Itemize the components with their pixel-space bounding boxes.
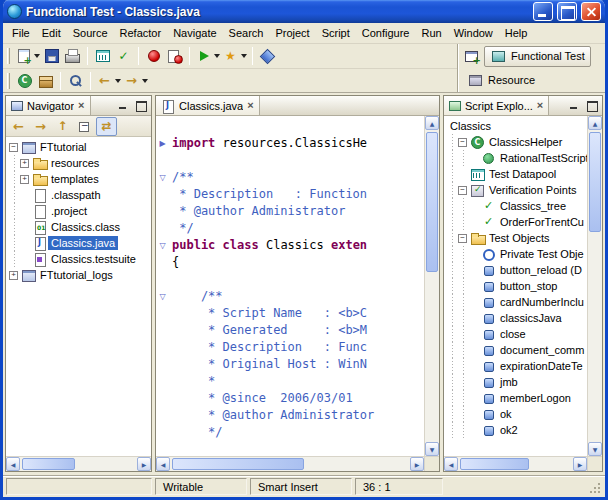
scroll-track[interactable] [425, 130, 439, 442]
code-area[interactable]: import resources.ClassicsHe/** * Descrip… [169, 116, 424, 456]
forward-button[interactable] [30, 117, 51, 136]
script-explorer-item-orderfortrentcu[interactable]: OrderForTrentCu [447, 214, 587, 230]
script-explorer-item-classicsjava[interactable]: classicsJava [447, 310, 587, 326]
scroll-left-button[interactable]: ◀ [444, 457, 458, 471]
expander-plus-icon[interactable]: + [20, 175, 29, 184]
script-explorer-item-test-datapool[interactable]: Test Datapool [447, 166, 587, 182]
new-java-package-button[interactable] [35, 70, 56, 92]
expander-minus-icon[interactable]: − [9, 143, 18, 152]
menu-navigate[interactable]: Navigate [167, 25, 222, 41]
navigator-item-classics-testsuite[interactable]: Classics.testsuite [9, 251, 151, 267]
navigator-maximize-button[interactable] [133, 99, 148, 112]
print-button[interactable] [62, 45, 83, 67]
scroll-thumb[interactable] [426, 132, 438, 272]
script-explorer-item-ok[interactable]: ok [447, 406, 587, 422]
toolbar-grip[interactable] [7, 73, 10, 89]
expander-minus-icon[interactable]: − [458, 186, 467, 195]
script-explorer-item-button-stop[interactable]: button_stop [447, 278, 587, 294]
expander-plus-icon[interactable]: + [20, 159, 29, 168]
scroll-track[interactable] [170, 457, 410, 471]
scroll-right-button[interactable]: ▶ [573, 457, 587, 471]
script-explorer-item-private-test-obje[interactable]: Private Test Obje [447, 246, 587, 262]
script-explorer-item-ok2[interactable]: ok2 [447, 422, 587, 438]
menu-project[interactable]: Project [269, 25, 315, 41]
scroll-track[interactable] [20, 457, 137, 471]
script-explorer-hscrollbar[interactable]: ◀ ▶ [444, 456, 587, 471]
editor-tab[interactable]: Classics.java × [156, 96, 260, 115]
editor-vscrollbar[interactable]: ▲ ▼ [424, 116, 439, 456]
menu-edit[interactable]: Edit [36, 25, 67, 41]
navigator-hscrollbar[interactable]: ◀ ▶ [6, 456, 151, 471]
scroll-thumb[interactable] [22, 458, 75, 470]
menu-configure[interactable]: Configure [356, 25, 416, 41]
open-perspective-button[interactable] [461, 47, 482, 66]
script-explorer-tab[interactable]: Script Explo... × [444, 96, 549, 115]
script-explorer-item-jmb[interactable]: jmb [447, 374, 587, 390]
titlebar[interactable]: Functional Test - Classics.java [3, 0, 605, 23]
insert-test-object-button[interactable] [257, 45, 278, 67]
fold-expanded-icon[interactable]: ▽ [156, 169, 169, 186]
new-script-button[interactable] [14, 45, 41, 67]
resize-grip[interactable] [588, 481, 602, 495]
new-datapool-button[interactable] [92, 45, 113, 67]
maximize-button[interactable] [557, 2, 577, 21]
script-explorer-item-verification-points[interactable]: −Verification Points [447, 182, 587, 198]
navigator-item-fttutorial[interactable]: −FTtutorial [9, 139, 151, 155]
find-literals-button[interactable] [221, 45, 248, 67]
scroll-thumb[interactable] [589, 132, 601, 232]
scroll-up-button[interactable]: ▲ [425, 116, 439, 130]
editor-hscrollbar[interactable]: ◀ ▶ [156, 456, 424, 471]
script-explorer-item-expirationdatete[interactable]: expirationDateTe [447, 358, 587, 374]
record-script-button[interactable] [143, 45, 164, 67]
navigator-item-fttutorial-logs[interactable]: +FTtutorial_logs [9, 267, 151, 283]
fold-expanded-icon[interactable]: ▽ [156, 237, 169, 254]
scroll-left-button[interactable]: ◀ [6, 457, 20, 471]
navigator-item-classics-java[interactable]: Classics.java [9, 235, 151, 251]
navigator-item-classics-class[interactable]: Classics.class [9, 219, 151, 235]
menu-search[interactable]: Search [223, 25, 270, 41]
script-explorer-minimize-button[interactable] [567, 99, 582, 112]
toolbar-grip[interactable] [7, 48, 10, 64]
menu-window[interactable]: Window [448, 25, 499, 41]
script-explorer-item-classicshelper[interactable]: −ClassicsHelper [447, 134, 587, 150]
insert-recording-button[interactable] [164, 45, 185, 67]
new-verification-point-button[interactable] [113, 45, 134, 67]
scroll-left-button[interactable]: ◀ [156, 457, 170, 471]
script-explorer-item-classics-tree[interactable]: Classics_tree [447, 198, 587, 214]
script-explorer-maximize-button[interactable] [584, 99, 599, 112]
menu-script[interactable]: Script [316, 25, 356, 41]
scroll-track[interactable] [458, 457, 573, 471]
script-explorer-item-close[interactable]: close [447, 326, 587, 342]
link-with-editor-button[interactable] [96, 117, 117, 136]
search-button[interactable] [65, 70, 86, 92]
scroll-down-button[interactable]: ▼ [588, 442, 602, 456]
script-explorer-item-cardnumberinclu[interactable]: cardNumberInclu [447, 294, 587, 310]
script-explorer-item-memberlogon[interactable]: memberLogon [447, 390, 587, 406]
run-script-button[interactable] [194, 45, 221, 67]
navigator-close-icon[interactable]: × [77, 100, 85, 111]
script-explorer-item-button-reload-d[interactable]: button_reload (D [447, 262, 587, 278]
editor-tab-close-icon[interactable]: × [246, 100, 254, 111]
navigator-tab[interactable]: Navigator × [6, 96, 91, 115]
fold-collapsed-icon[interactable]: ▶ [156, 135, 169, 152]
scroll-thumb[interactable] [460, 458, 529, 470]
navigator-minimize-button[interactable] [116, 99, 131, 112]
scroll-right-button[interactable]: ▶ [410, 457, 424, 471]
script-explorer-item-document-comm[interactable]: document_comm [447, 342, 587, 358]
perspective-button-functional-test[interactable]: Functional Test [484, 46, 591, 67]
up-button[interactable] [52, 117, 73, 136]
navigator-item-project[interactable]: .project [9, 203, 151, 219]
menu-help[interactable]: Help [499, 25, 534, 41]
scroll-thumb[interactable] [172, 458, 304, 470]
perspective-button-resource[interactable]: Resource [461, 70, 541, 91]
script-explorer-close-icon[interactable]: × [536, 100, 544, 111]
scroll-up-button[interactable]: ▲ [588, 116, 602, 130]
save-button[interactable] [41, 45, 62, 67]
expander-minus-icon[interactable]: − [458, 234, 467, 243]
menu-refactor[interactable]: Refactor [114, 25, 168, 41]
script-explorer-item-rationaltestscript[interactable]: RationalTestScript [447, 150, 587, 166]
forward-button[interactable] [122, 70, 149, 92]
scroll-track[interactable] [588, 130, 602, 442]
menu-file[interactable]: File [6, 25, 36, 41]
script-explorer-item-classics[interactable]: Classics [447, 118, 587, 134]
